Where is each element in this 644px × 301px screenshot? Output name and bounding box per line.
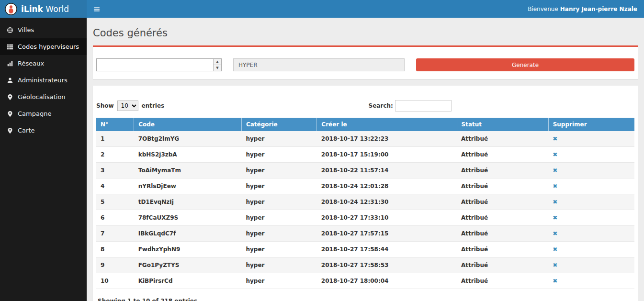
welcome-prefix: Bienvenue bbox=[528, 6, 558, 12]
sidebar-item-label: Villes bbox=[18, 26, 34, 33]
table-cell: KiBPirsrCd bbox=[134, 273, 242, 289]
brand-text: iLink World bbox=[21, 4, 69, 14]
delete-icon[interactable]: ✖ bbox=[553, 135, 557, 142]
table-cell: 1 bbox=[96, 131, 134, 147]
table-cell: 7 bbox=[96, 226, 134, 242]
delete-icon[interactable]: ✖ bbox=[553, 199, 557, 205]
quantity-stepper[interactable]: ▲ ▼ bbox=[96, 58, 222, 71]
table-cell: nYRlsDjEew bbox=[134, 178, 242, 194]
topbar: iLink World ≡ Bienvenue Hanry Jean-pierr… bbox=[0, 0, 644, 18]
column-header-creer-le[interactable]: Créer le bbox=[317, 118, 457, 131]
delete-icon[interactable]: ✖ bbox=[553, 278, 557, 284]
table-row: 9FGo1PyZTYShyper2018-10-27 17:58:53Attri… bbox=[96, 257, 634, 273]
table-row: 5tD1EvqNzIjhyper2018-10-24 12:31:30Attri… bbox=[96, 194, 634, 210]
table-cell: 2018-10-24 12:01:28 bbox=[317, 178, 457, 194]
table-cell: IBkGLqdC7f bbox=[134, 226, 242, 242]
sidebar-item-geolocalisation[interactable]: Géolocalisation bbox=[0, 89, 87, 105]
page-title: Codes générés bbox=[93, 27, 638, 39]
delete-icon[interactable]: ✖ bbox=[553, 183, 557, 190]
sidebar-item-reseaux[interactable]: Réseaux bbox=[0, 55, 87, 72]
entries-label: entries bbox=[142, 102, 165, 109]
table-controls: Show 10 entries Search: bbox=[96, 100, 634, 111]
sidebar-item-administrateurs[interactable]: Administrateurs bbox=[0, 72, 87, 89]
table-cell: 10 bbox=[96, 273, 134, 289]
table-cell: FwdhzYphN9 bbox=[134, 242, 242, 257]
delete-icon[interactable]: ✖ bbox=[553, 262, 557, 268]
table-cell-supprimer: ✖ bbox=[548, 131, 634, 147]
table-row: 7IBkGLqdC7fhyper2018-10-27 17:57:15Attri… bbox=[96, 226, 634, 242]
table-cell: 2018-10-17 15:19:00 bbox=[317, 147, 457, 163]
sidebar-item-label: Administrateurs bbox=[18, 77, 68, 84]
map-marker-icon bbox=[7, 127, 13, 134]
table-cell: hyper bbox=[241, 178, 316, 194]
table-cell: hyper bbox=[241, 131, 316, 147]
column-header-numero[interactable]: N° bbox=[96, 118, 134, 131]
generate-button[interactable]: Generate bbox=[416, 58, 634, 71]
table-cell: hyper bbox=[241, 226, 316, 242]
column-header-categorie[interactable]: Catégorie bbox=[241, 118, 316, 131]
table-cell: hyper bbox=[241, 163, 316, 178]
table-cell-supprimer: ✖ bbox=[548, 257, 634, 273]
table-cell-supprimer: ✖ bbox=[548, 163, 634, 178]
table-cell-supprimer: ✖ bbox=[548, 194, 634, 210]
table-cell: Attribué bbox=[457, 163, 548, 178]
table-cell: Attribué bbox=[457, 131, 548, 147]
stepper-down-icon[interactable]: ▼ bbox=[214, 65, 221, 71]
sidebar: Villes Codes hyperviseurs Réseaux Admini… bbox=[0, 18, 87, 301]
search-input[interactable] bbox=[395, 100, 452, 111]
table-cell: tD1EvqNzIj bbox=[134, 194, 242, 210]
table-cell: hyper bbox=[241, 257, 316, 273]
table-cell: hyper bbox=[241, 273, 316, 289]
map-marker-icon bbox=[7, 94, 13, 100]
delete-icon[interactable]: ✖ bbox=[553, 151, 557, 158]
table-body: 17OBtg2lmYGhyper2018-10-17 13:22:23Attri… bbox=[96, 131, 634, 289]
table-cell: Attribué bbox=[457, 242, 548, 257]
table-cell-supprimer: ✖ bbox=[548, 226, 634, 242]
table-footer: Showing 1 to 10 of 218 entries Previous1… bbox=[96, 297, 634, 301]
column-header-supprimer[interactable]: Supprimer bbox=[548, 118, 634, 131]
show-entries-group: Show 10 entries bbox=[96, 100, 164, 111]
table-cell: 2 bbox=[96, 147, 134, 163]
stepper-arrows[interactable]: ▲ ▼ bbox=[213, 59, 221, 71]
column-header-code[interactable]: Code bbox=[134, 118, 242, 131]
table-cell: 2018-10-27 17:58:44 bbox=[317, 242, 457, 257]
entries-select[interactable]: 10 bbox=[117, 100, 138, 111]
map-marker-icon bbox=[7, 111, 13, 117]
quantity-input[interactable] bbox=[97, 59, 213, 71]
show-label: Show bbox=[96, 102, 114, 109]
sidebar-item-label: Codes hyperviseurs bbox=[18, 43, 79, 50]
table-cell: 4 bbox=[96, 178, 134, 194]
brand-bold: iLink bbox=[21, 4, 43, 14]
sidebar-item-label: Géolocalisation bbox=[18, 93, 66, 100]
table-cell: hyper bbox=[241, 194, 316, 210]
table-row: 4nYRlsDjEewhyper2018-10-24 12:01:28Attri… bbox=[96, 178, 634, 194]
search-label: Search: bbox=[369, 102, 393, 109]
sidebar-item-codes-hyperviseurs[interactable]: Codes hyperviseurs bbox=[0, 38, 87, 55]
brand[interactable]: iLink World bbox=[0, 0, 87, 18]
delete-icon[interactable]: ✖ bbox=[553, 214, 557, 221]
sidebar-item-campagne[interactable]: Campagne bbox=[0, 105, 87, 122]
table-cell: 2018-10-24 12:31:30 bbox=[317, 194, 457, 210]
sidebar-item-villes[interactable]: Villes bbox=[0, 22, 87, 38]
bar-chart-icon bbox=[7, 60, 13, 67]
table-cell: ToAiMymaTm bbox=[134, 163, 242, 178]
codes-table: N° Code Catégorie Créer le Statut Suppri… bbox=[96, 118, 634, 289]
column-header-statut[interactable]: Statut bbox=[457, 118, 548, 131]
table-header-row: N° Code Catégorie Créer le Statut Suppri… bbox=[96, 118, 634, 131]
table-cell: 2018-10-17 13:22:23 bbox=[317, 131, 457, 147]
table-cell-supprimer: ✖ bbox=[548, 147, 634, 163]
table-cell: 2018-10-27 17:33:10 bbox=[317, 210, 457, 226]
sidebar-toggle-button[interactable]: ≡ bbox=[87, 0, 107, 18]
delete-icon[interactable]: ✖ bbox=[553, 230, 557, 237]
table-cell: 2018-10-22 11:57:14 bbox=[317, 163, 457, 178]
table-cell-supprimer: ✖ bbox=[548, 273, 634, 289]
delete-icon[interactable]: ✖ bbox=[553, 167, 557, 174]
sidebar-item-carte[interactable]: Carte bbox=[0, 122, 87, 139]
table-cell: hyper bbox=[241, 147, 316, 163]
table-cell: hyper bbox=[241, 242, 316, 257]
stepper-up-icon[interactable]: ▲ bbox=[214, 59, 221, 65]
delete-icon[interactable]: ✖ bbox=[553, 246, 557, 253]
table-cell: hyper bbox=[241, 210, 316, 226]
search-group: Search: bbox=[369, 100, 452, 111]
table-cell: 9 bbox=[96, 257, 134, 273]
